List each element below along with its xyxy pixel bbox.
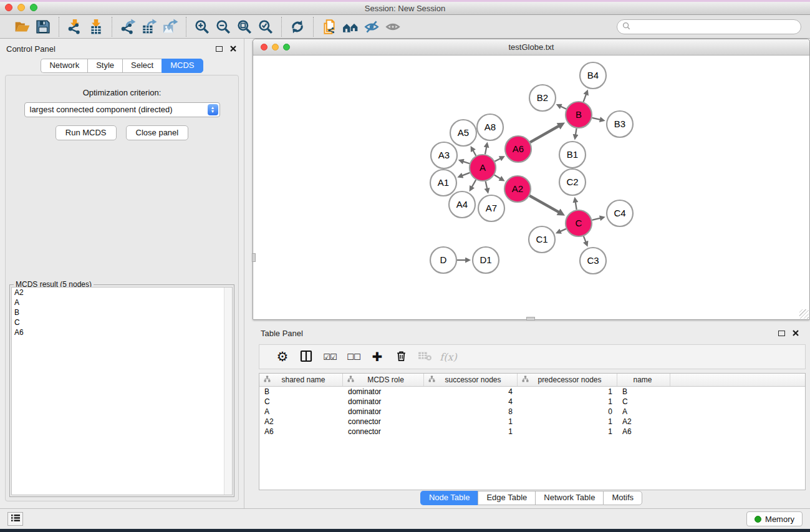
table-cell[interactable]: 1 xyxy=(518,397,617,407)
criterion-select[interactable]: largest connected component (directed) ▲… xyxy=(24,102,220,117)
add-column-button[interactable]: ✚ xyxy=(365,346,389,367)
table-cell[interactable]: B xyxy=(259,387,343,397)
table-cell[interactable]: 8 xyxy=(424,407,518,417)
network-window-titlebar[interactable]: testGlobe.txt xyxy=(253,39,809,56)
table-cell[interactable]: 1 xyxy=(424,427,518,437)
tab-mcds[interactable]: MCDS xyxy=(162,59,203,73)
zoom-fit-button[interactable] xyxy=(234,17,255,36)
save-session-button[interactable] xyxy=(32,17,54,36)
task-history-button[interactable] xyxy=(7,512,23,526)
edge-A6-B[interactable] xyxy=(530,126,559,142)
open-file-button[interactable] xyxy=(11,17,32,36)
memory-button[interactable]: Memory xyxy=(746,511,803,526)
show-all-button[interactable] xyxy=(382,17,403,36)
deselect-all-button[interactable]: ☐☐ xyxy=(342,346,365,367)
tab-style[interactable]: Style xyxy=(87,59,122,73)
edge-B-B2[interactable] xyxy=(561,107,566,109)
edge-C-C2[interactable] xyxy=(576,202,577,210)
hide-selected-button[interactable] xyxy=(361,17,382,36)
table-cell[interactable]: A2 xyxy=(617,417,670,427)
table-cell[interactable]: dominator xyxy=(343,407,424,417)
float-panel-icon[interactable] xyxy=(216,46,223,52)
bottom-splitter-handle[interactable] xyxy=(526,317,535,321)
edge-B-B1[interactable] xyxy=(576,128,577,135)
zoom-selected-button[interactable] xyxy=(255,17,276,36)
select-all-button[interactable]: ☑☑ xyxy=(318,346,342,367)
edge-C-C1[interactable] xyxy=(560,229,566,231)
edge-A-A7[interactable] xyxy=(486,181,488,189)
table-tab-network-table[interactable]: Network Table xyxy=(535,491,603,505)
edge-A-A5[interactable] xyxy=(473,150,476,156)
new-network-from-selection-button[interactable] xyxy=(319,17,340,36)
table-cell[interactable]: A xyxy=(617,407,670,417)
tab-select[interactable]: Select xyxy=(122,59,162,73)
table-cell[interactable]: dominator xyxy=(343,397,424,407)
table-row[interactable]: A6connector11A6 xyxy=(259,427,805,437)
tab-network[interactable]: Network xyxy=(41,59,87,73)
search-input[interactable] xyxy=(634,22,796,31)
table-tab-motifs[interactable]: Motifs xyxy=(603,491,642,505)
close-panel-button[interactable]: Close panel xyxy=(126,125,189,140)
table-cell[interactable]: connector xyxy=(343,427,424,437)
table-cell[interactable]: A6 xyxy=(617,427,670,437)
table-row[interactable]: Bdominator41B xyxy=(259,387,805,397)
table-row[interactable]: A2connector11A2 xyxy=(259,417,805,427)
table-row[interactable]: Adominator80A xyxy=(259,407,805,417)
first-neighbors-button[interactable] xyxy=(340,17,361,36)
zoom-out-button[interactable] xyxy=(213,17,234,36)
import-network-button[interactable] xyxy=(64,17,85,36)
close-table-panel-icon[interactable] xyxy=(793,330,799,336)
table-cell[interactable]: 0 xyxy=(518,407,617,417)
table-cell[interactable]: A6 xyxy=(259,427,343,437)
minimize-window-button[interactable] xyxy=(17,4,25,11)
column-header-name[interactable]: name xyxy=(617,374,670,386)
column-header-successor-nodes[interactable]: successor nodes xyxy=(424,374,518,386)
node-table[interactable]: shared nameMCDS rolesuccessor nodesprede… xyxy=(259,373,806,490)
run-mcds-button[interactable]: Run MCDS xyxy=(55,125,117,140)
edge-A-A4[interactable] xyxy=(472,180,476,187)
table-cell[interactable]: B xyxy=(617,387,670,397)
delete-column-button[interactable] xyxy=(389,346,413,367)
table-cell[interactable]: 4 xyxy=(424,387,518,397)
table-row[interactable]: Cdominator41C xyxy=(259,397,805,407)
mcds-result-item[interactable]: C xyxy=(12,317,232,327)
table-settings-button[interactable]: ⚙ xyxy=(271,346,294,367)
close-window-button[interactable] xyxy=(5,4,12,11)
left-splitter-handle[interactable] xyxy=(252,253,256,262)
export-network-button[interactable] xyxy=(117,17,138,36)
table-cell[interactable]: 1 xyxy=(518,387,617,397)
float-table-panel-icon[interactable] xyxy=(778,331,785,336)
column-header-MCDS-role[interactable]: MCDS role xyxy=(343,374,424,386)
mcds-result-item[interactable]: A xyxy=(12,297,232,307)
mcds-result-item[interactable]: A6 xyxy=(12,327,232,337)
zoom-window-button[interactable] xyxy=(30,4,37,11)
table-cell[interactable]: 1 xyxy=(518,427,617,437)
network-canvas[interactable]: AA1A2A3A4A5A6A7A8BB1B2B3B4CC1C2C3C4DD1 xyxy=(253,56,809,319)
table-cell[interactable]: C xyxy=(617,397,670,407)
edge-B-B3[interactable] xyxy=(592,118,600,120)
resize-grip-icon[interactable] xyxy=(799,309,809,319)
table-cell[interactable]: C xyxy=(259,397,343,407)
mcds-result-item[interactable]: A2 xyxy=(12,288,232,297)
network-graph[interactable]: AA1A2A3A4A5A6A7A8BB1B2B3B4CC1C2C3C4DD1 xyxy=(253,56,809,319)
zoom-in-button[interactable] xyxy=(191,17,213,36)
edge-A-A2[interactable] xyxy=(494,175,501,178)
network-zoom-button[interactable] xyxy=(283,44,290,51)
export-table-button[interactable] xyxy=(138,17,160,36)
table-cell[interactable]: connector xyxy=(343,417,424,427)
table-cell[interactable]: dominator xyxy=(343,387,424,397)
edge-A-A6[interactable] xyxy=(494,158,500,162)
table-tab-node-table[interactable]: Node Table xyxy=(420,491,478,505)
column-header-predecessor-nodes[interactable]: predecessor nodes xyxy=(518,374,617,386)
mcds-result-item[interactable]: B xyxy=(12,307,232,317)
network-close-button[interactable] xyxy=(261,44,268,51)
column-header-shared-name[interactable]: shared name xyxy=(259,374,343,386)
table-cell[interactable]: 4 xyxy=(424,397,518,407)
table-cell[interactable]: 1 xyxy=(424,417,518,427)
edge-A2-C[interactable] xyxy=(529,196,559,213)
table-cell[interactable]: A xyxy=(259,407,343,417)
edge-C-C3[interactable] xyxy=(584,236,586,243)
close-panel-icon[interactable] xyxy=(230,46,236,52)
split-panel-button[interactable] xyxy=(294,346,318,367)
export-image-button[interactable] xyxy=(160,17,181,36)
